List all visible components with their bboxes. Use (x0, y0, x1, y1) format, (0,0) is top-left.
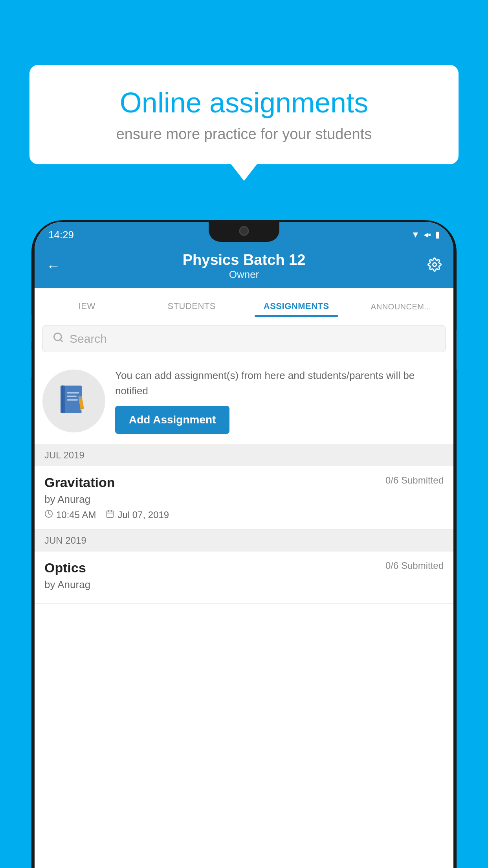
back-button[interactable]: ← (46, 258, 61, 274)
settings-button[interactable] (427, 257, 442, 275)
phone-screen: 14:29 ▼ ◂▪ ▮ ← Physics Batch 12 Owner (35, 222, 453, 868)
header-title: Physics Batch 12 (183, 252, 306, 268)
assignment-item-gravitation[interactable]: Gravitation 0/6 Submitted by Anurag (35, 466, 453, 530)
front-camera (239, 226, 249, 236)
tab-assignments[interactable]: ASSIGNMENTS (244, 301, 349, 317)
header-subtitle: Owner (183, 268, 306, 281)
tab-iew[interactable]: IEW (35, 301, 139, 317)
header-center: Physics Batch 12 Owner (183, 252, 306, 281)
phone-notch (209, 220, 279, 242)
assignment-top-row-optics: Optics 0/6 Submitted (44, 560, 444, 576)
assignment-author-optics: by Anurag (44, 579, 444, 591)
status-time: 14:29 (48, 229, 74, 241)
section-header-jul: JUL 2019 (35, 444, 453, 466)
assignment-date: Jul 07, 2019 (106, 509, 169, 520)
svg-rect-8 (67, 399, 78, 401)
search-icon (53, 332, 64, 346)
svg-rect-13 (107, 511, 114, 518)
svg-line-2 (60, 339, 62, 341)
assignment-name: Gravitation (44, 475, 115, 490)
content-area: Search (35, 317, 453, 604)
bubble-title: Online assignments (55, 86, 433, 119)
tab-bar: IEW STUDENTS ASSIGNMENTS ANNOUNCEM... (35, 288, 453, 317)
section-header-jun: JUN 2019 (35, 530, 453, 552)
assignment-submitted: 0/6 Submitted (385, 475, 444, 486)
assignment-item-optics[interactable]: Optics 0/6 Submitted by Anurag (35, 552, 453, 604)
assignment-author: by Anurag (44, 493, 444, 506)
status-icons: ▼ ◂▪ ▮ (411, 230, 440, 240)
assignment-time-value: 10:45 AM (56, 509, 96, 520)
wifi-icon: ▼ (411, 230, 420, 240)
promo-description: You can add assignment(s) from here and … (115, 368, 446, 399)
clock-icon (44, 509, 53, 520)
background: Online assignments ensure more practice … (0, 0, 488, 868)
svg-point-0 (433, 263, 436, 266)
add-assignment-button[interactable]: Add Assignment (115, 406, 229, 434)
bubble-subtitle: ensure more practice for your students (55, 126, 433, 143)
promo-icon-circle (42, 370, 105, 432)
search-bar[interactable]: Search (42, 325, 446, 352)
tab-announcements[interactable]: ANNOUNCEM... (349, 302, 454, 317)
assignment-submitted-optics: 0/6 Submitted (385, 560, 444, 571)
svg-rect-6 (67, 392, 79, 394)
assignment-time: 10:45 AM (44, 509, 96, 520)
speech-bubble-container: Online assignments ensure more practice … (29, 65, 459, 164)
volume-down-button (31, 350, 32, 377)
svg-rect-5 (62, 386, 63, 413)
battery-icon: ▮ (435, 230, 440, 240)
assignment-name-optics: Optics (44, 560, 86, 576)
speech-bubble: Online assignments ensure more practice … (29, 65, 459, 164)
assignment-top-row: Gravitation 0/6 Submitted (44, 475, 444, 490)
volume-up-button (31, 314, 32, 342)
app-header: ← Physics Batch 12 Owner (35, 245, 453, 288)
assignment-date-value: Jul 07, 2019 (117, 509, 169, 520)
svg-rect-7 (67, 396, 77, 397)
promo-text-area: You can add assignment(s) from here and … (115, 368, 446, 434)
assignment-meta: 10:45 AM Jul 07, 201 (44, 509, 444, 520)
tab-students[interactable]: STUDENTS (139, 301, 244, 317)
calendar-icon (106, 509, 114, 520)
phone-frame: 14:29 ▼ ◂▪ ▮ ← Physics Batch 12 Owner (31, 220, 457, 868)
promo-section: You can add assignment(s) from here and … (35, 360, 453, 444)
power-button (456, 330, 457, 370)
signal-icon: ◂▪ (424, 230, 431, 240)
notebook-icon (56, 383, 92, 419)
search-placeholder-text: Search (70, 332, 107, 346)
